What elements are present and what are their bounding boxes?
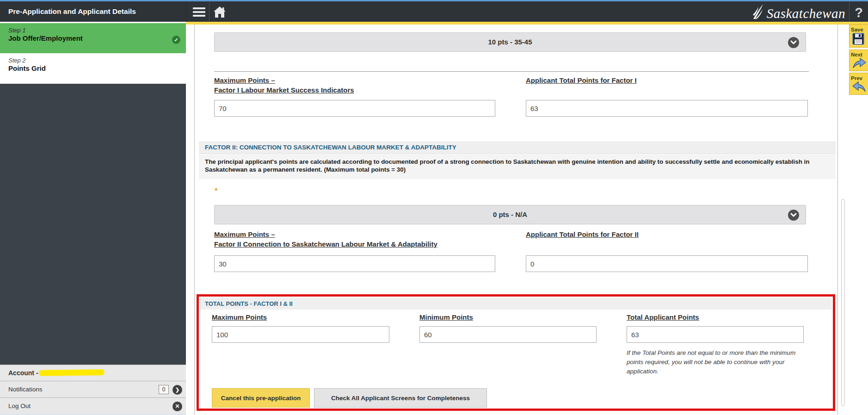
factor1-max-points-input[interactable]	[214, 100, 495, 117]
factor2-total-points-input[interactable]	[526, 255, 808, 272]
step2-kicker: Step 2	[0, 53, 186, 64]
menu-icon[interactable]	[193, 7, 205, 17]
step1-label: Job Offer/Employment	[0, 34, 186, 42]
page-title: Pre-Application and Applicant Details	[8, 1, 136, 22]
totals-applicant-input[interactable]	[627, 326, 804, 343]
vertical-scrollbar[interactable]	[841, 199, 845, 406]
step1-kicker: Step 1	[0, 23, 186, 34]
account-name-highlight	[39, 369, 105, 376]
arrow-curve-left-icon	[852, 81, 866, 93]
chevron-down-icon	[788, 210, 799, 221]
sidebar-item-logout[interactable]: Log Out ✕	[0, 397, 186, 414]
close-x-icon[interactable]: ✕	[172, 402, 182, 411]
totals-applicant-label: Total Applicant Points	[627, 313, 699, 321]
factor1-max-points-label: Maximum Points – Factor I Labour Market …	[214, 75, 354, 95]
clipped-text-fragment	[219, 25, 239, 27]
totals-annotation-box: TOTAL POINTS - FACTOR I & II Maximum Poi…	[197, 294, 835, 411]
totals-max-label: Maximum Points	[212, 313, 267, 321]
wheat-sheaf-icon	[752, 4, 763, 21]
arrow-curve-right-icon	[852, 58, 866, 69]
check-completeness-button[interactable]: Check All Applicant Screens for Complete…	[314, 388, 487, 408]
account-label: Account -	[8, 365, 38, 381]
notifications-label: Notifications	[8, 381, 43, 397]
chevron-down-icon	[788, 37, 799, 48]
section-divider	[214, 71, 809, 72]
check-circle-icon: ✓	[172, 36, 180, 44]
sidebar-item-step1[interactable]: Step 1 Job Offer/Employment ✓	[0, 23, 186, 53]
chevron-right-icon[interactable]: ❯	[172, 385, 182, 395]
factor2-section-heading: FACTOR II: CONNECTION TO SASKATCHEWAN LA…	[199, 141, 836, 154]
factor1-points-dropdown[interactable]: 10 pts - 35-45	[214, 32, 806, 52]
sidebar-filler	[0, 84, 186, 365]
factor2-points-dropdown[interactable]: 0 pts - N/A	[214, 205, 806, 224]
totals-min-label: Minimum Points	[419, 313, 473, 321]
prev-label: Prev	[850, 74, 868, 81]
factor2-dropdown-value: 0 pts - N/A	[215, 205, 806, 224]
required-field-marker: *	[215, 186, 218, 196]
application-window: Pre-Application and Applicant Details Sa…	[0, 0, 868, 415]
floppy-disk-icon	[852, 33, 864, 45]
sidebar-item-account[interactable]: Account -	[0, 365, 186, 381]
factor2-total-points-label: Applicant Total Points for Factor II	[526, 229, 639, 239]
factor1-dropdown-value: 10 pts - 35-45	[215, 33, 806, 51]
minimum-points-note: If the Total Points are not equal to or …	[627, 348, 810, 376]
totals-max-input[interactable]	[212, 326, 389, 343]
next-label: Next	[850, 51, 868, 57]
header-divider	[186, 3, 186, 21]
save-label: Save	[850, 26, 868, 32]
header-bar: Pre-Application and Applicant Details Sa…	[0, 1, 868, 22]
notifications-count: 0	[159, 385, 169, 394]
prev-button[interactable]: Prev	[849, 73, 868, 95]
next-button[interactable]: Next	[849, 50, 868, 71]
factor1-total-points-input[interactable]	[526, 100, 808, 117]
factor2-section-description: The principal applicant's points are cal…	[199, 155, 836, 179]
step2-label: Points Grid	[0, 64, 186, 72]
sidebar-item-step2[interactable]: Step 2 Points Grid	[0, 53, 186, 84]
sidebar-item-notifications[interactable]: Notifications 0 ❯	[0, 381, 186, 397]
header-divider	[209, 3, 209, 21]
header-divider	[849, 3, 850, 21]
totals-section-heading: TOTAL POINTS - FACTOR I & II	[200, 297, 832, 310]
form-content-panel: 10 pts - 35-45 Maximum Points – Factor I…	[194, 25, 838, 415]
save-button[interactable]: Save	[849, 24, 868, 48]
home-icon[interactable]	[213, 6, 226, 18]
factor1-total-points-label: Applicant Total Points for Factor I	[526, 75, 637, 85]
brand-name: Saskatchewan	[767, 6, 845, 21]
totals-min-input[interactable]	[419, 326, 597, 343]
factor2-max-points-input[interactable]	[214, 255, 495, 272]
help-icon[interactable]: ?	[855, 5, 863, 20]
cancel-pre-application-button[interactable]: Cancel this pre-application	[212, 388, 310, 408]
factor2-max-points-label: Maximum Points – Factor II Connection to…	[214, 229, 437, 249]
logout-label: Log Out	[8, 398, 31, 414]
